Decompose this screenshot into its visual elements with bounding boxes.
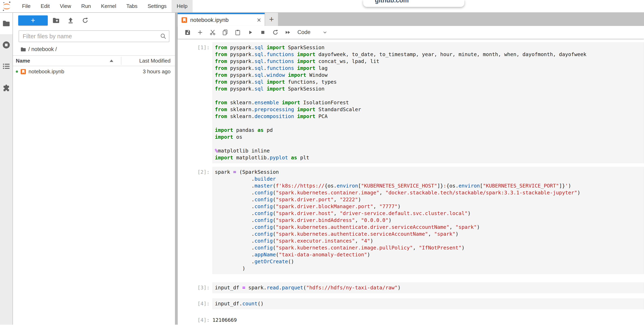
menu-file[interactable]: File bbox=[17, 0, 36, 12]
close-icon[interactable] bbox=[256, 17, 262, 23]
sort-ascending-icon bbox=[110, 60, 113, 62]
output-prompt: [4]: bbox=[178, 315, 212, 323]
stop-icon bbox=[260, 29, 266, 36]
popup-text: github.com bbox=[375, 0, 464, 4]
breadcrumb-path: / notebook / bbox=[28, 46, 57, 53]
file-list-header: Name Last Modified bbox=[13, 55, 175, 66]
insert-cell-button[interactable] bbox=[194, 27, 206, 38]
new-tab-button[interactable]: + bbox=[265, 13, 278, 26]
code-cell: [1]:from pyspark.sql import SparkSession… bbox=[178, 42, 644, 163]
cut-cells-button[interactable] bbox=[206, 27, 219, 38]
cell-type-value: Code bbox=[298, 29, 310, 36]
new-folder-icon bbox=[52, 18, 60, 23]
menu-kernel[interactable]: Kernel bbox=[96, 0, 121, 12]
refresh-button[interactable] bbox=[79, 16, 92, 26]
notebook-toolbar: Code bbox=[178, 26, 644, 39]
notebook-file-icon bbox=[181, 17, 187, 23]
chevron-down-icon bbox=[322, 30, 328, 35]
refresh-icon bbox=[82, 17, 88, 24]
menu-settings[interactable]: Settings bbox=[142, 0, 172, 12]
file-browser-panel: + bbox=[13, 13, 175, 324]
notebook-content: [1]:from pyspark.sql import SparkSession… bbox=[178, 39, 644, 324]
input-prompt: [1]: bbox=[178, 42, 212, 51]
plus-icon bbox=[197, 29, 203, 36]
restart-run-all-button[interactable] bbox=[282, 27, 294, 38]
code-cell: [2]:spark = (SparkSession .builder .mast… bbox=[178, 167, 644, 274]
new-folder-button[interactable] bbox=[50, 16, 62, 26]
cell-editor[interactable]: input_df.count() bbox=[212, 298, 644, 309]
output-cell: [4]:12106669 bbox=[178, 315, 644, 323]
file-name: notebook.ipynb bbox=[28, 69, 64, 75]
menu-edit[interactable]: Edit bbox=[36, 0, 55, 12]
dock-tab-bar: notebook.ipynb + bbox=[178, 13, 644, 26]
kernel-running-dot bbox=[16, 71, 18, 73]
save-icon bbox=[184, 29, 190, 36]
fast-forward-icon bbox=[285, 29, 291, 36]
panel-splitter[interactable] bbox=[175, 13, 178, 324]
breadcrumb[interactable]: / notebook / bbox=[21, 46, 175, 53]
browser-popup: github.com bbox=[363, 0, 464, 7]
notebook-file-icon bbox=[20, 69, 26, 75]
sidebar-item-file-browser[interactable] bbox=[0, 13, 12, 34]
paste-icon bbox=[235, 29, 241, 36]
jupyter-logo bbox=[2, 1, 11, 11]
code-cell: [4]:input_df.count() bbox=[178, 298, 644, 309]
output-text: 12106669 bbox=[212, 315, 644, 323]
save-button[interactable] bbox=[181, 27, 194, 38]
restart-icon bbox=[272, 29, 278, 36]
code-cell: [3]:input_df = spark.read.parquet("hdfs:… bbox=[178, 282, 644, 293]
menu-run[interactable]: Run bbox=[76, 0, 96, 12]
input-prompt: [3]: bbox=[178, 282, 212, 291]
cell-type-select[interactable]: Code bbox=[298, 29, 328, 36]
restart-kernel-button[interactable] bbox=[269, 27, 282, 38]
file-list: notebook.ipynb3 hours ago bbox=[13, 66, 175, 77]
cell-editor[interactable]: input_df = spark.read.parquet("hdfs://hd… bbox=[212, 282, 644, 293]
jupyterlab-app: FileEditViewRunKernelTabsSettingsHelp gi… bbox=[0, 0, 644, 325]
folder-icon bbox=[3, 21, 10, 27]
paste-cells-button[interactable] bbox=[232, 27, 244, 38]
file-filter bbox=[18, 30, 169, 42]
sidebar-item-running-kernels[interactable] bbox=[0, 34, 12, 56]
copy-icon bbox=[222, 29, 228, 36]
puzzle-icon bbox=[2, 84, 10, 92]
run-cell-button[interactable] bbox=[244, 27, 256, 38]
upload-icon bbox=[67, 17, 74, 24]
column-header-last-modified[interactable]: Last Modified bbox=[122, 58, 175, 64]
menu-help[interactable]: Help bbox=[172, 0, 192, 12]
left-sidebar bbox=[0, 13, 13, 324]
cell-editor[interactable]: from pyspark.sql import SparkSessionfrom… bbox=[212, 42, 644, 163]
menu-bar: FileEditViewRunKernelTabsSettingsHelp bbox=[0, 0, 644, 13]
menu-view[interactable]: View bbox=[55, 0, 76, 12]
tab-label: notebook.ipynb bbox=[190, 17, 253, 23]
stop-circle-icon bbox=[2, 41, 10, 49]
search-icon bbox=[160, 33, 166, 40]
home-folder-icon bbox=[21, 47, 26, 52]
cut-icon bbox=[210, 29, 216, 36]
list-icon bbox=[3, 63, 10, 70]
file-row[interactable]: notebook.ipynb3 hours ago bbox=[13, 66, 175, 77]
upload-button[interactable] bbox=[64, 16, 77, 26]
run-icon bbox=[247, 29, 253, 36]
new-launcher-button[interactable]: + bbox=[18, 16, 48, 26]
sidebar-item-extensions[interactable] bbox=[0, 77, 12, 99]
menu-items: FileEditViewRunKernelTabsSettingsHelp bbox=[17, 0, 192, 12]
menu-tabs[interactable]: Tabs bbox=[121, 0, 142, 12]
input-prompt: [4]: bbox=[178, 298, 212, 307]
input-prompt: [2]: bbox=[178, 167, 212, 176]
cell-editor[interactable]: spark = (SparkSession .builder .master(f… bbox=[212, 167, 644, 274]
interrupt-kernel-button[interactable] bbox=[256, 27, 269, 38]
column-header-name[interactable]: Name bbox=[13, 58, 121, 64]
copy-cells-button[interactable] bbox=[219, 27, 232, 38]
file-browser-toolbar: + bbox=[18, 15, 175, 26]
main-dock-panel: notebook.ipynb + bbox=[178, 13, 644, 324]
file-filter-input[interactable] bbox=[18, 30, 169, 42]
file-modified: 3 hours ago bbox=[143, 69, 175, 75]
tab-notebook[interactable]: notebook.ipynb bbox=[178, 13, 265, 26]
sidebar-item-table-of-contents[interactable] bbox=[0, 56, 12, 77]
